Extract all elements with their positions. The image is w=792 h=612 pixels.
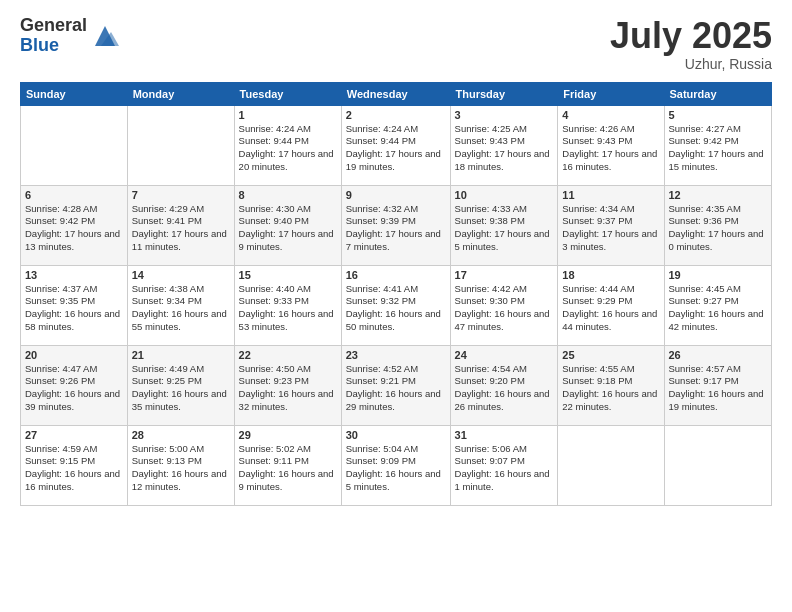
- calendar-cell: 3Sunrise: 4:25 AM Sunset: 9:43 PM Daylig…: [450, 105, 558, 185]
- logo-icon: [91, 22, 119, 50]
- day-detail: Sunrise: 5:02 AM Sunset: 9:11 PM Dayligh…: [239, 443, 337, 494]
- day-number: 1: [239, 109, 337, 121]
- calendar-cell: [21, 105, 128, 185]
- day-detail: Sunrise: 4:37 AM Sunset: 9:35 PM Dayligh…: [25, 283, 123, 334]
- day-detail: Sunrise: 4:50 AM Sunset: 9:23 PM Dayligh…: [239, 363, 337, 414]
- calendar-cell: 18Sunrise: 4:44 AM Sunset: 9:29 PM Dayli…: [558, 265, 664, 345]
- day-number: 16: [346, 269, 446, 281]
- calendar-week-5: 27Sunrise: 4:59 AM Sunset: 9:15 PM Dayli…: [21, 425, 772, 505]
- logo: General Blue: [20, 16, 119, 56]
- day-number: 23: [346, 349, 446, 361]
- day-number: 9: [346, 189, 446, 201]
- location-title: Uzhur, Russia: [610, 56, 772, 72]
- calendar-cell: 12Sunrise: 4:35 AM Sunset: 9:36 PM Dayli…: [664, 185, 772, 265]
- day-number: 25: [562, 349, 659, 361]
- day-detail: Sunrise: 4:29 AM Sunset: 9:41 PM Dayligh…: [132, 203, 230, 254]
- day-number: 2: [346, 109, 446, 121]
- day-detail: Sunrise: 4:45 AM Sunset: 9:27 PM Dayligh…: [669, 283, 768, 334]
- calendar-cell: 20Sunrise: 4:47 AM Sunset: 9:26 PM Dayli…: [21, 345, 128, 425]
- calendar-cell: 8Sunrise: 4:30 AM Sunset: 9:40 PM Daylig…: [234, 185, 341, 265]
- day-number: 20: [25, 349, 123, 361]
- calendar-cell: 13Sunrise: 4:37 AM Sunset: 9:35 PM Dayli…: [21, 265, 128, 345]
- day-number: 22: [239, 349, 337, 361]
- calendar-table: Sunday Monday Tuesday Wednesday Thursday…: [20, 82, 772, 506]
- calendar-cell: 6Sunrise: 4:28 AM Sunset: 9:42 PM Daylig…: [21, 185, 128, 265]
- col-wednesday: Wednesday: [341, 82, 450, 105]
- calendar-cell: 4Sunrise: 4:26 AM Sunset: 9:43 PM Daylig…: [558, 105, 664, 185]
- calendar-cell: 19Sunrise: 4:45 AM Sunset: 9:27 PM Dayli…: [664, 265, 772, 345]
- day-detail: Sunrise: 4:42 AM Sunset: 9:30 PM Dayligh…: [455, 283, 554, 334]
- calendar-cell: 10Sunrise: 4:33 AM Sunset: 9:38 PM Dayli…: [450, 185, 558, 265]
- day-detail: Sunrise: 5:06 AM Sunset: 9:07 PM Dayligh…: [455, 443, 554, 494]
- calendar-cell: 1Sunrise: 4:24 AM Sunset: 9:44 PM Daylig…: [234, 105, 341, 185]
- day-detail: Sunrise: 4:52 AM Sunset: 9:21 PM Dayligh…: [346, 363, 446, 414]
- day-detail: Sunrise: 4:25 AM Sunset: 9:43 PM Dayligh…: [455, 123, 554, 174]
- day-number: 30: [346, 429, 446, 441]
- day-number: 6: [25, 189, 123, 201]
- col-friday: Friday: [558, 82, 664, 105]
- day-detail: Sunrise: 5:04 AM Sunset: 9:09 PM Dayligh…: [346, 443, 446, 494]
- day-detail: Sunrise: 4:24 AM Sunset: 9:44 PM Dayligh…: [346, 123, 446, 174]
- calendar-cell: 14Sunrise: 4:38 AM Sunset: 9:34 PM Dayli…: [127, 265, 234, 345]
- calendar-cell: 29Sunrise: 5:02 AM Sunset: 9:11 PM Dayli…: [234, 425, 341, 505]
- day-number: 27: [25, 429, 123, 441]
- calendar-cell: 23Sunrise: 4:52 AM Sunset: 9:21 PM Dayli…: [341, 345, 450, 425]
- day-number: 15: [239, 269, 337, 281]
- calendar-cell: 24Sunrise: 4:54 AM Sunset: 9:20 PM Dayli…: [450, 345, 558, 425]
- day-detail: Sunrise: 4:38 AM Sunset: 9:34 PM Dayligh…: [132, 283, 230, 334]
- calendar-cell: 30Sunrise: 5:04 AM Sunset: 9:09 PM Dayli…: [341, 425, 450, 505]
- day-detail: Sunrise: 4:26 AM Sunset: 9:43 PM Dayligh…: [562, 123, 659, 174]
- calendar-cell: [664, 425, 772, 505]
- day-number: 17: [455, 269, 554, 281]
- calendar-cell: 2Sunrise: 4:24 AM Sunset: 9:44 PM Daylig…: [341, 105, 450, 185]
- page: General Blue July 2025 Uzhur, Russia Sun…: [0, 0, 792, 612]
- day-detail: Sunrise: 4:34 AM Sunset: 9:37 PM Dayligh…: [562, 203, 659, 254]
- calendar-week-1: 1Sunrise: 4:24 AM Sunset: 9:44 PM Daylig…: [21, 105, 772, 185]
- day-number: 12: [669, 189, 768, 201]
- calendar-cell: 15Sunrise: 4:40 AM Sunset: 9:33 PM Dayli…: [234, 265, 341, 345]
- title-block: July 2025 Uzhur, Russia: [610, 16, 772, 72]
- day-detail: Sunrise: 4:33 AM Sunset: 9:38 PM Dayligh…: [455, 203, 554, 254]
- day-number: 8: [239, 189, 337, 201]
- logo-text: General Blue: [20, 16, 87, 56]
- day-number: 19: [669, 269, 768, 281]
- calendar-cell: 16Sunrise: 4:41 AM Sunset: 9:32 PM Dayli…: [341, 265, 450, 345]
- day-detail: Sunrise: 4:27 AM Sunset: 9:42 PM Dayligh…: [669, 123, 768, 174]
- day-number: 28: [132, 429, 230, 441]
- logo-blue: Blue: [20, 36, 87, 56]
- calendar-cell: 25Sunrise: 4:55 AM Sunset: 9:18 PM Dayli…: [558, 345, 664, 425]
- col-saturday: Saturday: [664, 82, 772, 105]
- header: General Blue July 2025 Uzhur, Russia: [20, 16, 772, 72]
- calendar-cell: 5Sunrise: 4:27 AM Sunset: 9:42 PM Daylig…: [664, 105, 772, 185]
- calendar-cell: 21Sunrise: 4:49 AM Sunset: 9:25 PM Dayli…: [127, 345, 234, 425]
- day-number: 18: [562, 269, 659, 281]
- calendar-cell: 9Sunrise: 4:32 AM Sunset: 9:39 PM Daylig…: [341, 185, 450, 265]
- calendar-cell: 17Sunrise: 4:42 AM Sunset: 9:30 PM Dayli…: [450, 265, 558, 345]
- calendar-week-4: 20Sunrise: 4:47 AM Sunset: 9:26 PM Dayli…: [21, 345, 772, 425]
- day-detail: Sunrise: 4:55 AM Sunset: 9:18 PM Dayligh…: [562, 363, 659, 414]
- day-detail: Sunrise: 4:49 AM Sunset: 9:25 PM Dayligh…: [132, 363, 230, 414]
- day-detail: Sunrise: 4:54 AM Sunset: 9:20 PM Dayligh…: [455, 363, 554, 414]
- day-detail: Sunrise: 4:24 AM Sunset: 9:44 PM Dayligh…: [239, 123, 337, 174]
- calendar-cell: [558, 425, 664, 505]
- day-detail: Sunrise: 4:41 AM Sunset: 9:32 PM Dayligh…: [346, 283, 446, 334]
- day-detail: Sunrise: 4:57 AM Sunset: 9:17 PM Dayligh…: [669, 363, 768, 414]
- calendar-cell: 31Sunrise: 5:06 AM Sunset: 9:07 PM Dayli…: [450, 425, 558, 505]
- calendar-week-3: 13Sunrise: 4:37 AM Sunset: 9:35 PM Dayli…: [21, 265, 772, 345]
- col-monday: Monday: [127, 82, 234, 105]
- day-number: 31: [455, 429, 554, 441]
- day-number: 11: [562, 189, 659, 201]
- calendar-week-2: 6Sunrise: 4:28 AM Sunset: 9:42 PM Daylig…: [21, 185, 772, 265]
- calendar-cell: 28Sunrise: 5:00 AM Sunset: 9:13 PM Dayli…: [127, 425, 234, 505]
- calendar-cell: [127, 105, 234, 185]
- calendar-cell: 26Sunrise: 4:57 AM Sunset: 9:17 PM Dayli…: [664, 345, 772, 425]
- day-number: 4: [562, 109, 659, 121]
- day-detail: Sunrise: 4:59 AM Sunset: 9:15 PM Dayligh…: [25, 443, 123, 494]
- col-sunday: Sunday: [21, 82, 128, 105]
- day-number: 3: [455, 109, 554, 121]
- day-number: 21: [132, 349, 230, 361]
- day-detail: Sunrise: 4:40 AM Sunset: 9:33 PM Dayligh…: [239, 283, 337, 334]
- day-detail: Sunrise: 4:32 AM Sunset: 9:39 PM Dayligh…: [346, 203, 446, 254]
- day-detail: Sunrise: 4:47 AM Sunset: 9:26 PM Dayligh…: [25, 363, 123, 414]
- col-tuesday: Tuesday: [234, 82, 341, 105]
